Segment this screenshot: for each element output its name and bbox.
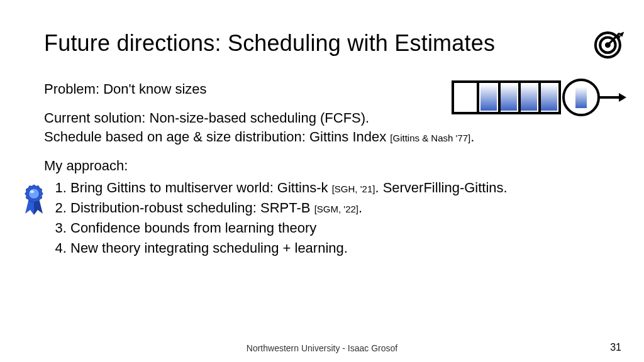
li1-cite: [SGH, '21] xyxy=(332,184,375,194)
current-solution-block: Current solution: Non-size-based schedul… xyxy=(44,109,610,146)
cs-line2-post: . xyxy=(470,129,474,145)
list-item: Confidence bounds from learning theory xyxy=(70,219,610,237)
svg-marker-18 xyxy=(619,93,626,102)
slide-title: Future directions: Scheduling with Estim… xyxy=(44,30,495,57)
list-item: New theory integrating scheduling + lear… xyxy=(70,239,610,257)
target-icon xyxy=(592,28,625,60)
li2-cite: [SGM, '22] xyxy=(314,204,358,214)
cs-line2-cite: [Gittins & Nash '77] xyxy=(390,133,470,143)
li2-post: . xyxy=(358,200,362,216)
list-item: Bring Gittins to multiserver world: Gitt… xyxy=(70,179,610,197)
approach-label: My approach: xyxy=(44,157,610,175)
cs-line2-pre: Schedule based on age & size distributio… xyxy=(44,129,390,145)
footer-center: Northwestern University - Isaac Grosof xyxy=(0,343,644,353)
li1-post: . ServerFilling-Gittins. xyxy=(375,180,507,195)
current-solution-line1: Current solution: Non-size-based schedul… xyxy=(44,109,610,127)
slide-body: Problem: Don't know sizes Current soluti… xyxy=(44,80,610,260)
list-item: Distribution-robust scheduling: SRPT-B [… xyxy=(70,199,610,217)
page-number: 31 xyxy=(610,342,621,353)
li2-pre: Distribution-robust scheduling: SRPT-B xyxy=(70,200,314,216)
approach-list: Bring Gittins to multiserver world: Gitt… xyxy=(44,179,610,258)
li1-pre: Bring Gittins to multiserver world: Gitt… xyxy=(70,180,332,195)
award-ribbon-icon xyxy=(21,184,47,216)
slide: Future directions: Scheduling with Estim… xyxy=(0,0,644,362)
current-solution-line2: Schedule based on age & size distributio… xyxy=(44,128,610,146)
problem-line: Problem: Don't know sizes xyxy=(44,80,610,98)
svg-point-23 xyxy=(30,190,34,193)
